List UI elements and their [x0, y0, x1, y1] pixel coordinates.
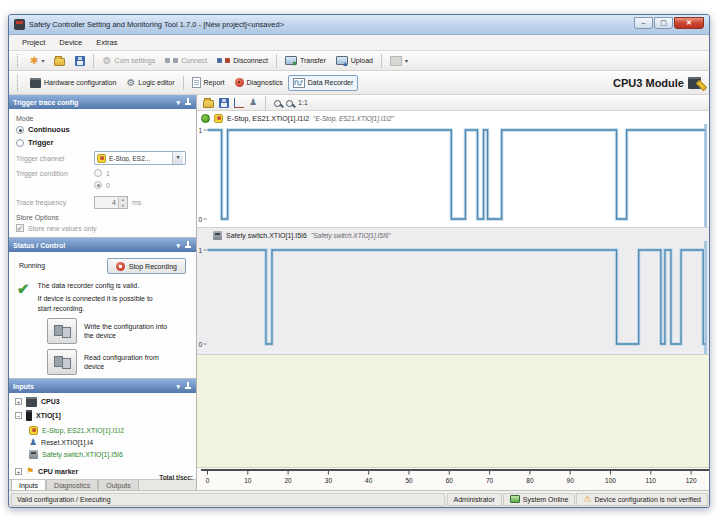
statusbar-user: Administrator [447, 493, 502, 506]
condition-1-radio[interactable] [94, 169, 102, 177]
transfer-button[interactable]: ▼ Transfer [280, 53, 331, 68]
menu-extras[interactable]: Extras [89, 36, 124, 49]
save-project-button[interactable] [70, 53, 90, 69]
condition-0-radio[interactable] [94, 181, 102, 189]
zoom-out-icon[interactable] [286, 100, 293, 107]
com-settings-button[interactable]: ⚙ Com settings [97, 53, 160, 69]
toolbar-separator [183, 76, 184, 90]
dropdown-arrow-icon[interactable]: ▾ [172, 152, 183, 164]
tree-item-estop[interactable]: E-Stop, ES21.XTIO[1].I1I2 [13, 424, 192, 436]
connect-button[interactable]: Connect [160, 53, 212, 68]
new-project-icon: ✱ [30, 56, 38, 66]
trace-frequency-stepper[interactable]: 4 ▴ ▾ [94, 196, 128, 209]
panel-collapse-icon[interactable]: ▾ [176, 99, 180, 106]
store-new-values-checkbox[interactable]: ✔ [16, 224, 24, 232]
panel-pin-icon[interactable] [184, 98, 192, 106]
spin-down-icon[interactable]: ▾ [119, 203, 127, 209]
new-project-button[interactable]: ✱ ▾ [25, 53, 49, 69]
tree-item-cpu3[interactable]: + CPU3 [13, 395, 192, 408]
toolbar-grip [17, 74, 20, 90]
estop-icon [97, 154, 106, 163]
hardware-configuration-icon [30, 78, 41, 88]
panel-collapse-icon[interactable]: ▾ [176, 242, 180, 249]
upload-button[interactable]: ▲ Upload [331, 53, 378, 68]
recording-state-label: Running [19, 261, 45, 270]
svg-text:80: 80 [526, 477, 534, 484]
tree-item-safety-switch[interactable]: Safety switch.XTIO[1].I5I6 [13, 448, 192, 460]
menubar: Project Device Extras [9, 35, 709, 51]
diagnostics-icon [235, 78, 244, 87]
disconnect-button[interactable]: Disconnect [212, 53, 273, 68]
svg-text:40: 40 [365, 477, 373, 484]
diagnostics-label: Diagnostics [247, 79, 283, 86]
panel-pin-icon[interactable] [184, 241, 192, 249]
hardware-configuration-button[interactable]: Hardware configuration [25, 75, 121, 91]
close-button[interactable]: ✕ [674, 17, 704, 29]
expand-icon[interactable]: + [15, 468, 22, 475]
tree-item-label: CPU3 [41, 398, 60, 405]
menu-project[interactable]: Project [15, 36, 52, 49]
reset-icon: ♟ [29, 438, 37, 447]
logic-editor-button[interactable]: ⚙ Logic editor [121, 75, 179, 91]
svg-text:90: 90 [567, 477, 575, 484]
tree-item-reset[interactable]: ♟ Reset.XTIO[1].I4 [13, 436, 192, 448]
condition-1-label: 1 [106, 170, 110, 177]
svg-text:50: 50 [405, 477, 413, 484]
open-project-button[interactable] [49, 53, 70, 69]
valid-message: The data recorder config is valid. [38, 281, 156, 290]
save-trace-icon[interactable] [219, 98, 229, 108]
panel-pin-icon[interactable] [184, 382, 192, 390]
report-button[interactable]: Report [187, 74, 230, 91]
report-icon [192, 77, 201, 88]
panel-collapse-icon[interactable]: ▾ [176, 383, 180, 390]
svg-text:0: 0 [206, 477, 210, 484]
stop-recording-button[interactable]: Stop Recording [107, 258, 186, 274]
chart-settings-icon[interactable] [234, 98, 244, 108]
diagnostics-button[interactable]: Diagnostics [230, 75, 288, 90]
app-window: Safety Controller Setting and Monitoring… [8, 14, 710, 508]
svg-text:10: 10 [244, 477, 252, 484]
trigger-radio[interactable] [16, 139, 24, 147]
open-trace-icon[interactable] [203, 100, 214, 108]
cpu3-module-edit-icon[interactable] [688, 77, 701, 89]
main-toolbar: ✱ ▾ ⚙ Com settings Connect Disconnect ▼ … [9, 51, 709, 71]
continuous-label: Continuous [28, 125, 70, 134]
zoom-in-icon[interactable] [274, 100, 281, 107]
com-settings-label: Com settings [114, 57, 155, 64]
menu-device[interactable]: Device [52, 36, 89, 49]
trace-estop-header: E-Stop, ES21.XTIO[1].I1I2 "E-Stop, ES21.… [197, 111, 709, 124]
extra-tool-button[interactable]: ▾ [385, 53, 413, 69]
trigger-channel-label: Trigger channel [16, 155, 90, 162]
safety-switch-icon [213, 231, 222, 240]
inputs-panel-header: Inputs ▾ [9, 379, 196, 393]
open-folder-icon [54, 58, 65, 66]
trace-safety-switch-waveform[interactable]: 01 [197, 241, 710, 354]
minimize-button[interactable]: – [634, 17, 653, 29]
toolbar-separator [276, 54, 277, 68]
toolbar-separator [93, 54, 94, 68]
upload-icon: ▲ [336, 56, 348, 65]
svg-text:120: 120 [686, 477, 697, 484]
maximize-button[interactable]: ▢ [654, 17, 673, 29]
trace-safety-switch-header: Safety switch.XTIO[1].I5I6 "Safety switc… [197, 228, 709, 241]
read-config-button[interactable] [47, 349, 77, 375]
data-recorder-button[interactable]: Data Recorder [288, 75, 359, 91]
disconnect-icon [217, 56, 230, 65]
zoom-reset-button[interactable]: 1:1 [298, 99, 308, 106]
trace-alias: "Safety switch.XTIO[1].I5I6" [311, 232, 391, 239]
user-label: Administrator [454, 496, 495, 503]
trace-estop-waveform[interactable]: 01 [197, 124, 710, 227]
svg-text:20: 20 [284, 477, 292, 484]
tree-item-xtio1[interactable]: − XTIO[1] [13, 408, 192, 422]
continuous-radio[interactable] [16, 126, 24, 134]
module-title: CPU3 Module [613, 77, 705, 89]
trigger-condition-label: Trigger condition [16, 170, 90, 177]
trace-frequency-unit: ms [132, 199, 141, 206]
marker-icon[interactable]: ♟ [249, 98, 257, 107]
time-axis-scale: 0102030405060708090100110120 [197, 468, 710, 490]
xtio-icon [26, 410, 32, 421]
write-config-button[interactable] [47, 318, 77, 344]
trigger-channel-select[interactable]: E-Stop, ES2... ▾ [94, 151, 186, 165]
collapse-icon[interactable]: − [15, 412, 22, 419]
expand-icon[interactable]: + [15, 398, 22, 405]
